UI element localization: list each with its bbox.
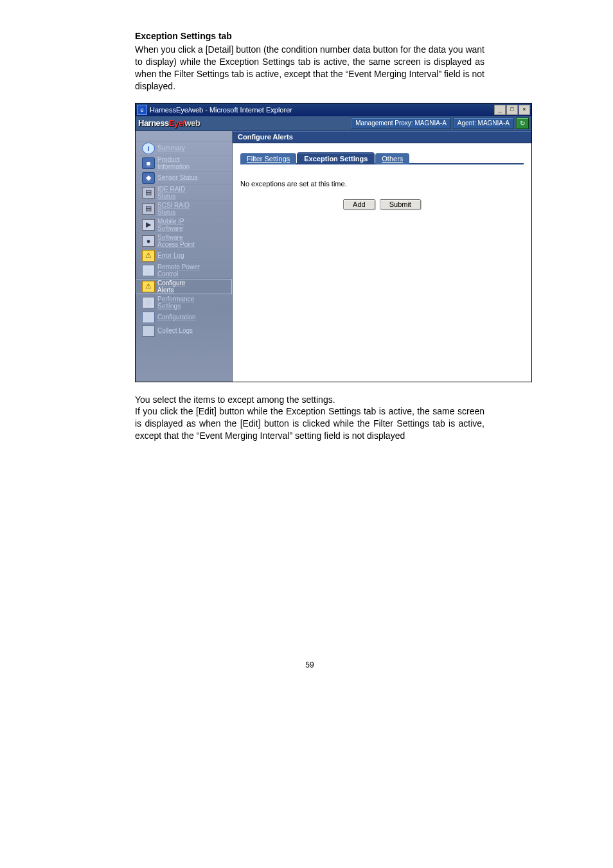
nav-performance-label: PerformanceSettings <box>157 296 194 310</box>
nav-mobile-ip-label: Mobile IPSoftware <box>157 218 184 232</box>
nav-ide-raid-label: IDE RAIDStatus <box>157 186 185 200</box>
nav-configuration[interactable]: ⚙Configuration <box>136 310 232 324</box>
nav-remote-power[interactable]: ◘Remote PowerControl <box>136 262 232 278</box>
management-proxy-label: Management Proxy: MAGNIA-A <box>351 118 451 129</box>
nav-product-info-label: ProductInformation <box>157 156 190 170</box>
nav-product-info-icon: ■ <box>142 157 155 169</box>
window-minimize-button[interactable]: _ <box>494 105 506 115</box>
nav-mobile-ip-icon: ▶ <box>142 219 155 231</box>
nav-scsi-raid[interactable]: ▤SCSI RAIDStatus <box>136 200 232 217</box>
nav-configuration-icon: ⚙ <box>142 312 155 323</box>
nav-ide-raid[interactable]: ▤IDE RAIDStatus <box>136 184 232 200</box>
sidebar-nav: iSummary■ProductInformation◆Sensor Statu… <box>136 131 233 382</box>
window-title: HarnessEye/web - Microsoft Internet Expl… <box>150 106 494 114</box>
section-header: Configure Alerts <box>233 131 531 143</box>
nav-sw-ap-label: SoftwareAccess Point <box>157 234 195 248</box>
window-titlebar: e HarnessEye/web - Microsoft Internet Ex… <box>136 103 531 116</box>
body-paragraph-2: You select the items to except among the… <box>135 394 484 406</box>
nav-scsi-raid-label: SCSI RAIDStatus <box>157 202 190 216</box>
nav-collect-logs[interactable]: ▥Collect Logs <box>136 324 232 337</box>
nav-sensor-status-icon: ◆ <box>142 172 155 184</box>
page-number: 59 <box>135 660 484 669</box>
tab-filter-settings[interactable]: Filter Settings <box>240 153 296 164</box>
nav-error-log-icon: ⚠ <box>142 250 155 261</box>
tabs-row: Filter Settings Exception Settings Other… <box>233 143 531 164</box>
nav-collect-logs-icon: ▥ <box>142 325 155 337</box>
tab-others[interactable]: Others <box>375 153 409 164</box>
tab-exception-settings[interactable]: Exception Settings <box>297 152 375 164</box>
window-close-button[interactable]: × <box>519 105 530 115</box>
nav-sensor-status[interactable]: ◆Sensor Status <box>136 171 232 184</box>
refresh-icon: ↻ <box>520 120 525 127</box>
nav-mobile-ip[interactable]: ▶Mobile IPSoftware <box>136 217 232 233</box>
nav-summary[interactable]: iSummary <box>136 141 232 155</box>
nav-sw-ap[interactable]: ●SoftwareAccess Point <box>136 233 232 249</box>
nav-configure-alerts[interactable]: ⚠ConfigureAlerts <box>136 278 232 294</box>
nav-error-log[interactable]: ⚠Error Log <box>136 249 232 262</box>
nav-summary-label: Summary <box>157 145 185 152</box>
nav-configuration-label: Configuration <box>157 314 195 321</box>
content-area: Configure Alerts Filter Settings Excepti… <box>233 131 531 382</box>
section-heading: Exception Settings tab <box>135 31 484 41</box>
window-maximize-button[interactable]: □ <box>506 105 518 115</box>
nav-collect-logs-label: Collect Logs <box>157 327 193 334</box>
refresh-button[interactable]: ↻ <box>516 118 529 129</box>
app-screenshot: e HarnessEye/web - Microsoft Internet Ex… <box>135 103 532 382</box>
body-paragraph-3: If you click the [Edit] button while the… <box>135 405 484 442</box>
nav-remote-power-label: Remote PowerControl <box>157 263 200 278</box>
nav-performance[interactable]: ▣PerformanceSettings <box>136 294 232 310</box>
nav-scsi-raid-icon: ▤ <box>142 203 155 215</box>
nav-product-info[interactable]: ■ProductInformation <box>136 155 232 171</box>
empty-state-text: No exceptions are set at this time. <box>240 180 524 188</box>
nav-configure-alerts-label: ConfigureAlerts <box>157 279 185 294</box>
body-paragraph-1: When you click a [Detail] button (the co… <box>135 44 484 93</box>
ie-icon: e <box>137 105 147 115</box>
agent-label: Agent: MAGNIA-A <box>453 118 514 129</box>
nav-remote-power-icon: ◘ <box>142 265 155 276</box>
add-button[interactable]: Add <box>343 199 375 209</box>
submit-button[interactable]: Submit <box>380 199 421 209</box>
nav-sw-ap-icon: ● <box>142 235 155 247</box>
nav-ide-raid-icon: ▤ <box>142 187 155 199</box>
nav-summary-icon: i <box>142 143 155 154</box>
app-header: HarnessEye/web Management Proxy: MAGNIA-… <box>136 116 531 131</box>
nav-configure-alerts-icon: ⚠ <box>142 281 155 292</box>
nav-sensor-status-label: Sensor Status <box>157 174 198 181</box>
nav-performance-icon: ▣ <box>142 297 155 308</box>
app-logo: HarnessEye/web <box>138 118 349 128</box>
nav-error-log-label: Error Log <box>157 252 184 259</box>
